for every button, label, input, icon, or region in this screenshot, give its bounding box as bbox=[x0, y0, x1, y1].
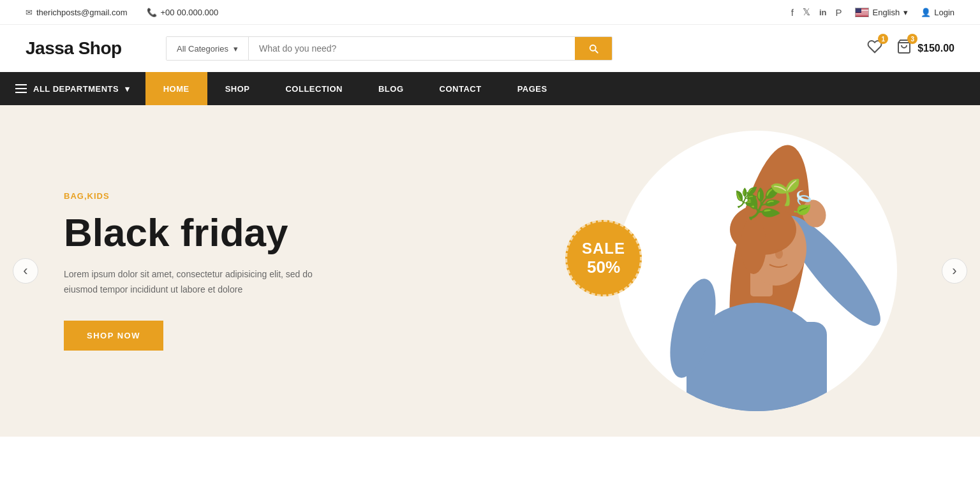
hero-content: BAG,KIDS Black friday Lorem ipsum dolor … bbox=[0, 191, 408, 351]
search-bar: All Categories ▾ bbox=[166, 36, 612, 61]
sale-badge: SALE 50% bbox=[565, 220, 642, 296]
search-icon bbox=[588, 43, 599, 54]
header: Jassa Shop All Categories ▾ 1 bbox=[0, 25, 980, 72]
hero-description: Lorem ipsum dolor sit amet, consectetur … bbox=[64, 267, 345, 298]
login-button[interactable]: 👤 Login bbox=[921, 8, 954, 17]
sale-percent: 50% bbox=[587, 258, 620, 277]
categories-chevron-icon: ▾ bbox=[234, 44, 238, 54]
hero-image-circle: 🌿 🌱 🍃 🌿 bbox=[616, 131, 897, 411]
chevron-left-icon: ‹ bbox=[23, 264, 27, 278]
nav-item-home[interactable]: HOME bbox=[145, 72, 207, 105]
phone-contact: 📞 +00 00.000.000 bbox=[147, 8, 219, 17]
svg-point-15 bbox=[775, 249, 783, 259]
svg-text:🍃: 🍃 bbox=[789, 189, 817, 216]
cart-price: $150.00 bbox=[917, 43, 954, 54]
nav-item-pages[interactable]: PAGES bbox=[500, 72, 565, 105]
categories-label: All Categories bbox=[177, 44, 228, 54]
hero-prev-button[interactable]: ‹ bbox=[13, 258, 38, 284]
top-bar: ✉ therichposts@gmail.com 📞 +00 00.000.00… bbox=[0, 0, 980, 25]
search-button[interactable] bbox=[575, 37, 612, 60]
header-actions: 1 3 $150.00 bbox=[866, 39, 954, 58]
phone-icon: 📞 bbox=[147, 8, 157, 17]
twitter-icon[interactable]: 𝕏 bbox=[803, 6, 810, 18]
nav-item-contact[interactable]: CONTACT bbox=[422, 72, 500, 105]
email-icon: ✉ bbox=[26, 8, 33, 17]
social-icons: f 𝕏 in P bbox=[791, 6, 842, 18]
hero-image-area: SALE 50% bbox=[546, 118, 929, 424]
linkedin-icon[interactable]: in bbox=[819, 8, 827, 17]
hamburger-icon bbox=[15, 84, 27, 93]
shop-now-button[interactable]: SHOP NOW bbox=[64, 321, 163, 351]
cart-area: 3 $150.00 bbox=[896, 39, 954, 58]
wishlist-badge: 1 bbox=[878, 34, 888, 44]
categories-dropdown[interactable]: All Categories ▾ bbox=[167, 37, 249, 60]
search-input[interactable] bbox=[249, 37, 575, 60]
site-logo[interactable]: Jassa Shop bbox=[26, 38, 153, 59]
login-label: Login bbox=[934, 8, 954, 17]
all-departments-label: ALL DEPARTMENTS bbox=[33, 84, 119, 94]
login-person-icon: 👤 bbox=[921, 8, 931, 17]
facebook-icon[interactable]: f bbox=[791, 7, 794, 18]
cart-button[interactable]: 3 bbox=[896, 39, 912, 58]
lang-chevron-icon: ▾ bbox=[903, 8, 908, 17]
language-selector[interactable]: English ▾ bbox=[855, 8, 909, 17]
woman-illustration: 🌿 🌱 🍃 🌿 bbox=[616, 131, 897, 411]
nav-item-blog[interactable]: BLOG bbox=[360, 72, 422, 105]
nav-item-collection[interactable]: COLLECTION bbox=[267, 72, 360, 105]
chevron-right-icon: › bbox=[952, 264, 956, 278]
hero-next-button[interactable]: › bbox=[942, 258, 967, 284]
departments-chevron-icon: ▾ bbox=[125, 84, 130, 94]
email-text: therichposts@gmail.com bbox=[36, 8, 128, 17]
sale-label: SALE bbox=[582, 240, 625, 258]
top-bar-left: ✉ therichposts@gmail.com 📞 +00 00.000.00… bbox=[26, 8, 218, 17]
wishlist-button[interactable]: 1 bbox=[866, 39, 883, 58]
pinterest-icon[interactable]: P bbox=[836, 7, 842, 18]
nav-item-shop[interactable]: SHOP bbox=[207, 72, 268, 105]
hero-title: Black friday bbox=[64, 211, 345, 254]
main-nav: ALL DEPARTMENTS ▾ HOME SHOP COLLECTION B… bbox=[0, 72, 980, 105]
nav-items: HOME SHOP COLLECTION BLOG CONTACT PAGES bbox=[145, 72, 565, 105]
language-label: English bbox=[873, 8, 900, 17]
top-bar-right: f 𝕏 in P English ▾ 👤 Login bbox=[791, 6, 954, 18]
svg-text:🌿: 🌿 bbox=[734, 186, 759, 209]
cart-badge: 3 bbox=[907, 34, 917, 44]
phone-text: +00 00.000.000 bbox=[161, 8, 219, 17]
email-contact: ✉ therichposts@gmail.com bbox=[26, 8, 128, 17]
hero-tag: BAG,KIDS bbox=[64, 191, 345, 201]
flag-icon bbox=[855, 8, 869, 17]
svg-point-10 bbox=[741, 217, 766, 274]
hero-section: ‹ BAG,KIDS Black friday Lorem ipsum dolo… bbox=[0, 105, 980, 437]
all-departments-button[interactable]: ALL DEPARTMENTS ▾ bbox=[0, 72, 145, 105]
